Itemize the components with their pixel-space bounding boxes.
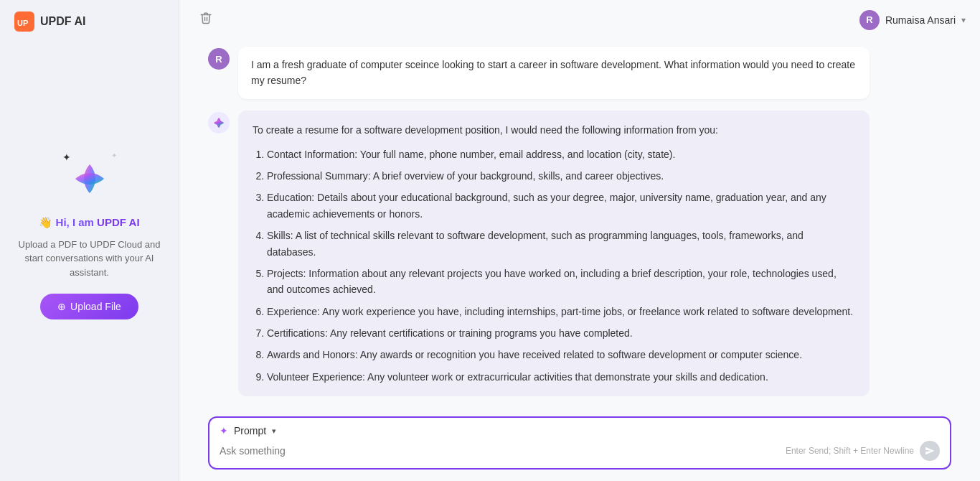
ai-message-bubble: To create a resume for a software develo… bbox=[238, 111, 870, 396]
ai-list-item: Education: Details about your educationa… bbox=[267, 190, 855, 222]
chat-area: R I am a fresh graduate of computer scei… bbox=[179, 39, 980, 409]
user-message-row: R I am a fresh graduate of computer scei… bbox=[208, 47, 951, 99]
user-message-text: I am a fresh graduate of computer sceinc… bbox=[251, 59, 855, 86]
upload-icon: ⊕ bbox=[57, 301, 66, 312]
input-bottom-row: Enter Send; Shift + Enter Newline bbox=[220, 441, 940, 461]
subtitle-text: Upload a PDF to UPDF Cloud and start con… bbox=[0, 238, 179, 280]
trash-icon bbox=[199, 13, 212, 27]
input-top-row: ✦ Prompt ▾ bbox=[220, 425, 940, 436]
ai-list-item: Volunteer Experience: Any volunteer work… bbox=[267, 369, 855, 385]
sidebar-logo: UP UPDF AI bbox=[0, 11, 85, 32]
ai-intro-text: To create a resume for a software develo… bbox=[253, 122, 855, 139]
ai-icon-container: ✦ ✦ bbox=[61, 150, 118, 207]
ai-list-item: Professional Summary: A brief overview o… bbox=[267, 168, 855, 184]
ai-list-item: Skills: A list of technical skills relev… bbox=[267, 228, 855, 260]
ai-list-item: Certifications: Any relevant certificati… bbox=[267, 325, 855, 341]
sidebar-center: ✦ ✦ 👋 Hi, I am UPDF AI Upload a PDF to bbox=[0, 32, 179, 467]
brand-name: UPDF AI bbox=[97, 216, 139, 228]
ai-list-item: Awards and Honors: Any awards or recogni… bbox=[267, 347, 855, 363]
user-info[interactable]: R Rumaisa Ansari ▾ bbox=[859, 10, 966, 30]
prompt-dropdown-icon: ▾ bbox=[272, 426, 276, 436]
input-area: ✦ Prompt ▾ Enter Send; Shift + Enter New… bbox=[179, 409, 980, 481]
clear-chat-button[interactable] bbox=[194, 9, 218, 31]
ai-list-item: Projects: Information about any relevant… bbox=[267, 266, 855, 298]
user-name: Rumaisa Ansari bbox=[885, 14, 956, 26]
sidebar: UP UPDF AI ✦ ✦ 👋 bbox=[0, 0, 179, 481]
prompt-sparkle-icon: ✦ bbox=[220, 425, 228, 436]
ai-message-row: To create a resume for a software develo… bbox=[208, 111, 951, 396]
input-box: ✦ Prompt ▾ Enter Send; Shift + Enter New… bbox=[208, 416, 951, 470]
updf-logo-icon: UP bbox=[14, 11, 34, 32]
user-message-avatar: R bbox=[208, 48, 230, 70]
topbar: R Rumaisa Ansari ▾ bbox=[179, 0, 980, 39]
sparkle-icon-tl: ✦ bbox=[62, 151, 71, 163]
ai-list-item: Contact Information: Your full name, pho… bbox=[267, 146, 855, 162]
ai-response-list: Contact Information: Your full name, pho… bbox=[253, 146, 855, 386]
sparkle-icon-tr: ✦ bbox=[111, 151, 117, 159]
upload-file-button[interactable]: ⊕ Upload File bbox=[40, 294, 138, 319]
send-button[interactable] bbox=[920, 441, 940, 461]
ai-list-item: Experience: Any work experience you have… bbox=[267, 304, 855, 319]
main-panel: R Rumaisa Ansari ▾ R I am a fresh gradua… bbox=[179, 0, 980, 481]
user-dropdown-icon: ▾ bbox=[961, 15, 966, 25]
ai-logo-icon bbox=[70, 159, 110, 199]
user-message-bubble: I am a fresh graduate of computer sceinc… bbox=[238, 47, 870, 99]
ai-message-avatar bbox=[208, 112, 230, 134]
input-hint-text: Enter Send; Shift + Enter Newline bbox=[786, 446, 914, 456]
user-avatar: R bbox=[859, 10, 880, 30]
app-name: UPDF AI bbox=[40, 15, 85, 28]
svg-text:UP: UP bbox=[17, 19, 28, 27]
greeting-text: 👋 Hi, I am UPDF AI bbox=[39, 216, 139, 229]
prompt-label: Prompt bbox=[234, 425, 266, 436]
greeting-static: 👋 Hi, I am bbox=[39, 216, 97, 228]
ask-input[interactable] bbox=[220, 445, 786, 457]
